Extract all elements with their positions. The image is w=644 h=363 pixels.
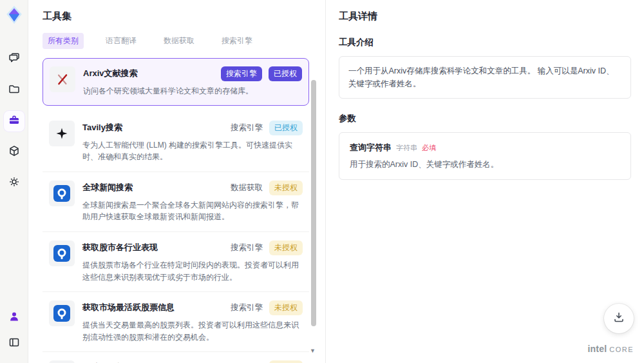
blue-search-icon: [49, 240, 75, 266]
cube-icon: [8, 144, 21, 160]
tavily-star-icon: [49, 121, 75, 146]
tab-category-0[interactable]: 所有类别: [43, 33, 84, 49]
tool-name: Tavily搜索: [82, 121, 122, 133]
tool-category-badge: 数据获取: [231, 181, 263, 195]
app-window: 工具集 所有类别语言翻译数据获取搜索引擎 Arxiv文献搜索搜索引擎已授权访问各…: [0, 0, 644, 363]
blue-search-icon: [49, 300, 75, 326]
sidebar-item-toolset[interactable]: [4, 111, 24, 132]
tool-description: 提供当天交易量最高的股票列表。投资者可以利用这些信息来识别流动性强的股票和潜在的…: [82, 319, 303, 343]
param-description: 用于搜索的Arxiv ID、关键字或作者姓名。: [350, 159, 620, 170]
sidebar-item-chat[interactable]: [4, 49, 24, 70]
sidebar-rail: [0, 0, 28, 363]
tool-card[interactable]: 获取股市各行业表现搜索引擎未授权提供股票市场各个行业在特定时间段内的表现。投资者…: [43, 232, 309, 292]
tool-auth-badge: 未授权: [269, 360, 303, 363]
chat-icon: [8, 52, 21, 67]
tool-description: 访问各个研究领域大量科学论文和文章的存储库。: [83, 85, 302, 97]
tool-category-badge: 搜索引擎: [231, 240, 263, 255]
scrollbar-thumb[interactable]: [311, 80, 316, 326]
tab-category-3[interactable]: 搜索引擎: [216, 33, 258, 49]
briefcase-icon: [8, 113, 21, 129]
user-icon: [8, 310, 21, 326]
tool-category-badge: 搜索引擎: [231, 300, 263, 315]
tool-auth-badge: 已授权: [269, 66, 302, 81]
tool-name: 获取市场最活跃股票信息: [82, 300, 175, 313]
newspaper-icon: [49, 360, 75, 363]
intel-core-logo: intel core: [587, 344, 634, 354]
tab-category-2[interactable]: 数据获取: [158, 33, 200, 49]
tool-card[interactable]: 获取市场最活跃股票信息搜索引擎未授权提供当天交易量最高的股票列表。投资者可以利用…: [43, 292, 309, 352]
sidebar-item-files[interactable]: [4, 80, 24, 101]
scroll-down-arrow-icon[interactable]: ▼: [310, 348, 316, 354]
tool-auth-badge: 未授权: [269, 181, 303, 195]
scrollbar-track: ▼: [311, 57, 316, 363]
tool-name: Arxiv文献搜索: [83, 66, 138, 79]
blue-search-icon: [49, 181, 75, 206]
sidebar-item-plugins[interactable]: [4, 142, 24, 162]
param-type: 字符串: [396, 143, 417, 153]
toolset-panel: 工具集 所有类别语言翻译数据获取搜索引擎 Arxiv文献搜索搜索引擎已授权访问各…: [28, 0, 325, 363]
sidebar-item-settings[interactable]: [4, 173, 24, 193]
gear-icon: [8, 175, 21, 191]
tool-card[interactable]: Arxiv文献搜索搜索引擎已授权访问各个研究领域大量科学论文和文章的存储库。: [43, 58, 309, 106]
arxiv-icon: [50, 66, 75, 92]
tool-description: 全球新闻搜索是一个聚合全球各大新闻网站内容的搜索引擎，帮助用户快速获取全球最新资…: [82, 199, 303, 223]
tool-name: 获取股市各行业表现: [82, 240, 158, 253]
tool-list: Arxiv文献搜索搜索引擎已授权访问各个研究领域大量科学论文和文章的存储库。Ta…: [43, 58, 309, 363]
param-required-badge: 必填: [422, 143, 436, 153]
tool-auth-badge: 已授权: [269, 121, 303, 135]
intro-text: 一个用于从Arxiv存储库搜索科学论文和文章的工具。 输入可以是Arxiv ID…: [339, 56, 631, 99]
details-title: 工具详情: [339, 10, 631, 23]
intro-heading: 工具介绍: [339, 37, 631, 48]
panel-toggle-icon: [8, 336, 21, 351]
tool-category-badge: 搜索引擎: [221, 66, 262, 81]
tool-name: 万维地区新闻查询: [82, 360, 149, 363]
tool-card[interactable]: 万维地区新闻查询搜索引擎未授权查询具体行政区划内的新闻，快速了解各地新闻动: [43, 352, 309, 363]
param-name: 查询字符串: [350, 142, 392, 153]
folder-icon: [8, 83, 21, 98]
tool-card[interactable]: 全球新闻搜索数据获取未授权全球新闻搜索是一个聚合全球各大新闻网站内容的搜索引擎，…: [43, 172, 309, 232]
app-logo-gem-icon: [5, 5, 24, 25]
tool-name: 全球新闻搜索: [82, 181, 133, 193]
tool-description: 提供股票市场各个行业在特定时间段内的表现。投资者可以利用这些信息来识别表现优于或…: [82, 259, 303, 283]
tool-auth-badge: 未授权: [269, 300, 303, 315]
param-item: 查询字符串字符串必填用于搜索的Arxiv ID、关键字或作者姓名。: [339, 132, 631, 180]
tab-category-1[interactable]: 语言翻译: [100, 33, 142, 49]
tool-description: 专为人工智能代理 (LLM) 构建的搜索引擎工具。可快速提供实时、准确和真实的结…: [82, 139, 303, 163]
sidebar-item-user[interactable]: [4, 308, 24, 328]
tool-card[interactable]: Tavily搜索搜索引擎已授权专为人工智能代理 (LLM) 构建的搜索引擎工具。…: [43, 112, 309, 172]
download-icon: [612, 311, 625, 326]
category-tabs: 所有类别语言翻译数据获取搜索引擎: [43, 33, 325, 49]
tool-category-badge: 搜索引擎: [231, 121, 263, 135]
page-title: 工具集: [43, 10, 325, 23]
download-button[interactable]: [604, 304, 634, 333]
params-heading: 参数: [339, 113, 631, 124]
tool-auth-badge: 未授权: [269, 240, 303, 255]
params-list: 查询字符串字符串必填用于搜索的Arxiv ID、关键字或作者姓名。: [339, 132, 631, 180]
tool-category-badge: 搜索引擎: [231, 360, 263, 363]
tool-details-panel: 工具详情 工具介绍 一个用于从Arxiv存储库搜索科学论文和文章的工具。 输入可…: [325, 0, 644, 363]
sidebar-item-collapse[interactable]: [4, 333, 24, 354]
